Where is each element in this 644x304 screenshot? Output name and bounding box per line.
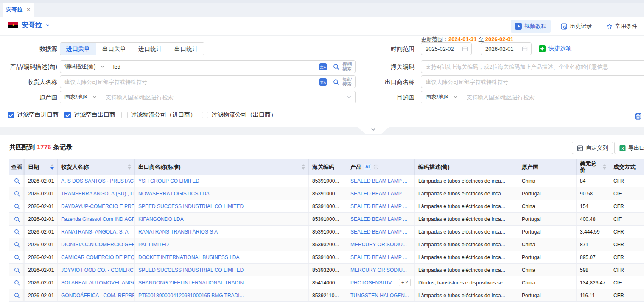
product-link[interactable]: SEALED BEAM LAMP ... [350, 216, 407, 222]
checkbox-icon[interactable] [8, 112, 14, 118]
exporter-link[interactable]: DOCKET INTERNATIONAL BUSINESS LDA [135, 251, 309, 263]
consignee-link[interactable]: TRANSERRA ANGOLA (SU) , LDA [58, 187, 135, 200]
export-excel-button[interactable]: X 导出Exc [614, 142, 644, 154]
usd-total-cell: 154 [577, 200, 610, 212]
video-tutorial-label: 视频教程 [524, 22, 546, 30]
product-link[interactable]: SEALED BEAM LAMP ... [350, 229, 407, 235]
favorites-button[interactable]: 常用条件 [602, 20, 641, 33]
product-link[interactable]: PHOTOSENSITIV... [350, 280, 395, 286]
search-icon[interactable] [333, 64, 339, 70]
view-record-button[interactable] [9, 276, 25, 289]
view-record-button[interactable] [9, 200, 25, 212]
consignee-link[interactable]: SOLAREAL AUTOMOVEL ANGOLA(SU)., LDA [58, 276, 135, 289]
view-record-button[interactable] [9, 187, 25, 200]
calendar-icon [462, 46, 468, 52]
exporter-input[interactable] [421, 79, 644, 85]
exporter-link[interactable]: RANATRANS TRANSITÁRIOS S A [135, 226, 309, 238]
quick-options-button[interactable]: 快捷选项 [539, 42, 572, 55]
checkbox-icon[interactable] [64, 112, 71, 118]
origin-type-select[interactable]: 国家/地区 [60, 91, 101, 103]
exporter-link[interactable]: SPEED SUCCESS INDUSTRIAL CO LIMITED [135, 200, 309, 212]
translate-icon[interactable]: 文A [319, 78, 327, 86]
sort-icon[interactable] [50, 164, 54, 170]
product-link[interactable]: TUNGSTEN HALOGEN... [350, 293, 409, 298]
consignee-link[interactable]: DAYDAYUP-COMERCIO E PRESTACAO DE S... [58, 200, 135, 212]
hs-code-input[interactable] [421, 64, 644, 70]
product-search-input[interactable] [109, 64, 319, 70]
exporter-link[interactable]: KIFANGONDO LDA [135, 213, 309, 225]
checkbox-filter-logistics-exporter[interactable]: 过滤物流公司（出口商） [202, 111, 277, 119]
checkbox-icon[interactable] [121, 112, 128, 118]
incoterm-cell: CFR [610, 175, 644, 187]
search-icon[interactable] [333, 79, 339, 85]
product-link[interactable]: MERCURY OR SODIU... [350, 242, 407, 248]
chevron-down-icon [45, 23, 50, 28]
consignee-link[interactable]: Fazenda Girassol Com IND AGRO P LDA [58, 213, 135, 225]
product-link[interactable]: SEALED BEAM LAMP ... [350, 178, 407, 184]
view-record-button[interactable] [9, 289, 25, 301]
history-button[interactable]: 历史记录 [557, 20, 596, 33]
consignee-link[interactable]: JOYVIO FOOD CO. - COMERCIO GERAL, LDA [58, 264, 135, 276]
country-selector[interactable]: ★ 安哥拉 [8, 21, 50, 30]
product-link[interactable]: SEALED BEAM LAMP ... [350, 191, 407, 197]
product-field-select[interactable]: 编码描述(葡) [60, 61, 109, 73]
exporter-link[interactable]: YSH GROUP CO LIMITED [135, 175, 309, 187]
date-cell: 2026-02-01 [25, 264, 58, 276]
sort-icon[interactable] [302, 164, 305, 170]
view-record-button[interactable] [9, 264, 25, 276]
incoterm-cell: CFR [610, 251, 644, 263]
exporter-link[interactable]: PAL LIMITED [135, 238, 309, 251]
tab-angola[interactable]: 安哥拉 ✕ [3, 3, 34, 17]
more-products-badge[interactable]: + 2 [399, 279, 411, 286]
tab-import-statistics[interactable]: 进口统计 [132, 43, 168, 55]
consignee-link[interactable]: GONDOÁFRICA - COM. REPRESENTAÇÕES ... [58, 289, 135, 301]
table-row: 2026-02-01 DIONISIA.C.N COMERCIO GERAL &… [9, 238, 644, 251]
checkbox-filter-logistics-importer[interactable]: 过滤物流公司（进口商） [121, 111, 196, 119]
smart-search-label[interactable]: 智能搜索 [342, 77, 352, 86]
tab-export-declarations[interactable]: 出口关单 [96, 43, 132, 55]
incoterm-cell: CFR [610, 200, 644, 212]
checkbox-icon[interactable] [202, 112, 208, 118]
consignee-link[interactable]: A. S DOS SANTOS - PRESTACAO DE SERVIC... [58, 175, 135, 187]
view-record-button[interactable] [9, 213, 25, 225]
exporter-link[interactable]: SHANDONG YIFEI INTERNATIONAL TRADIN... [135, 276, 309, 289]
product-link[interactable]: SEALED BEAM LAMP ... [350, 254, 407, 260]
exporter-link[interactable]: SPEED SUCCESS INDUSTRIAL CO LIMITED [135, 264, 309, 276]
view-record-button[interactable] [9, 175, 25, 187]
view-record-button[interactable] [9, 226, 25, 238]
tab-export-statistics[interactable]: 出口统计 [168, 43, 204, 55]
translate-icon[interactable]: 文A [319, 63, 327, 70]
product-link[interactable]: SEALED BEAM LAMP ... [350, 204, 407, 209]
tab-import-declarations[interactable]: 进口关单 [60, 43, 96, 55]
update-from-date: 2024-01-31 [448, 36, 477, 42]
save-conditions-button[interactable]: 保 [635, 112, 644, 120]
col-description: 编码描述(葡) [415, 159, 518, 175]
checkbox-filter-blank-exporter[interactable]: 过滤空白出口商 [64, 111, 115, 119]
product-link[interactable]: MERCURY OR SODIU... [350, 267, 407, 273]
date-from-input[interactable]: 2025-02-02 [421, 42, 472, 55]
star-icon [606, 23, 613, 30]
range-separator: – [473, 42, 480, 55]
checkbox-filter-blank-importer[interactable]: 过滤空白进口商 [8, 111, 59, 119]
view-record-button[interactable] [9, 251, 25, 263]
info-icon[interactable] [373, 164, 379, 170]
sort-icon[interactable] [128, 164, 131, 170]
exporter-link[interactable]: PT50018900004120931000165 BMG TRADI... [135, 289, 309, 301]
video-tutorial-button[interactable]: 视频教程 [511, 20, 551, 33]
date-to-input[interactable]: 2026-02-01 [481, 42, 532, 55]
consignee-input[interactable] [60, 79, 319, 85]
excel-icon: X [619, 145, 626, 151]
consignee-link[interactable]: DIONISIA.C.N COMERCIO GERAL & PRESTA... [58, 238, 135, 251]
fuzzy-search-label[interactable]: 模糊搜索 [342, 62, 352, 71]
destination-country-input[interactable] [462, 94, 644, 100]
consignee-link[interactable]: CAMICAR COMERCIO DE PEÇAS S.A. [58, 251, 135, 263]
view-record-button[interactable] [9, 238, 25, 251]
destination-type-select[interactable]: 国家/地区 [421, 91, 462, 103]
customize-columns-button[interactable]: 自定义列 [572, 142, 613, 154]
origin-country-input[interactable] [101, 94, 347, 100]
consignee-link[interactable]: RANATRANS- ANGOLA, S. A [58, 226, 135, 238]
hs-code-cell: 85414000... [309, 276, 347, 289]
close-icon[interactable]: ✕ [26, 7, 31, 13]
sort-icon[interactable] [603, 164, 606, 170]
exporter-link[interactable]: NOVASERRA LOGISTICS LDA [135, 187, 309, 200]
